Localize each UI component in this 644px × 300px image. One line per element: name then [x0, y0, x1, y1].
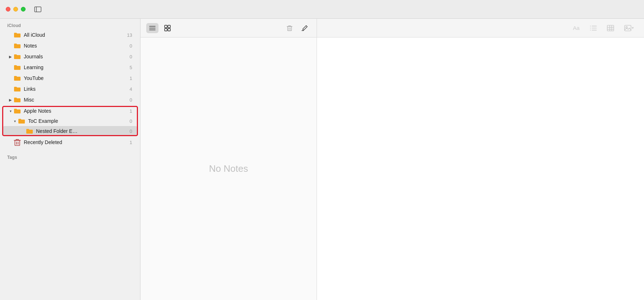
- font-size-button[interactable]: Aa: [572, 24, 581, 32]
- sidebar-item-label: ToC Example: [28, 118, 128, 124]
- sidebar-item-label: Misc: [24, 97, 128, 103]
- sidebar-item-label: YouTube: [24, 75, 128, 81]
- grid-view-button[interactable]: [161, 23, 174, 33]
- folder-icon: [14, 64, 21, 70]
- sidebar-item-count: 0: [130, 118, 132, 124]
- sidebar-item-label: Links: [24, 86, 128, 92]
- sidebar-item-journals[interactable]: ▶ Journals 0: [2, 52, 138, 62]
- sidebar-item-count: 5: [130, 65, 132, 70]
- svg-rect-10: [165, 28, 167, 31]
- folder-icon: [14, 43, 21, 49]
- notes-panel: No Notes: [140, 19, 317, 300]
- icloud-section-label: iCloud: [0, 19, 140, 30]
- sidebar-item-all-icloud[interactable]: All iCloud 13: [2, 30, 138, 40]
- folder-icon: [14, 108, 21, 114]
- sidebar-item-count: 4: [130, 86, 132, 92]
- traffic-lights: [6, 7, 26, 12]
- close-button[interactable]: [6, 7, 10, 12]
- sidebar-item-count: 0: [130, 54, 132, 59]
- svg-rect-0: [35, 7, 41, 12]
- svg-point-16: [590, 26, 591, 26]
- svg-rect-12: [288, 26, 292, 31]
- notes-empty-state: No Notes: [140, 37, 317, 300]
- font-size-label: Aa: [573, 25, 580, 31]
- sidebar-item-count: 1: [130, 108, 132, 114]
- main-layout: iCloud All iCloud 13 Notes 0 ▶ Journal: [0, 19, 644, 300]
- chevron-down-icon: ▾: [12, 119, 17, 123]
- sidebar-item-count: 1: [130, 140, 132, 145]
- compose-button[interactable]: [299, 23, 311, 33]
- sidebar-item-label: Recently Deleted: [24, 139, 128, 145]
- folder-icon: [26, 128, 33, 134]
- sidebar-item-label: All iCloud: [24, 32, 126, 38]
- folder-icon: [14, 86, 21, 92]
- sidebar-item-youtube[interactable]: YouTube 1: [2, 73, 138, 83]
- sidebar-item-count: 0: [130, 43, 132, 49]
- svg-rect-8: [165, 25, 167, 28]
- editor-content[interactable]: [317, 37, 644, 300]
- folder-icon: [18, 118, 25, 124]
- svg-rect-22: [607, 25, 614, 31]
- sidebar-item-apple-notes[interactable]: ▾ Apple Notes 1: [2, 106, 138, 116]
- format-list-button[interactable]: [588, 24, 598, 32]
- trash-icon: [14, 139, 21, 145]
- sidebar-item-recently-deleted[interactable]: Recently Deleted 1: [2, 137, 138, 147]
- sidebar-item-links[interactable]: Links 4: [2, 84, 138, 94]
- sidebar-item-count: 13: [127, 32, 132, 38]
- editor-toolbar: Aa: [317, 19, 644, 37]
- delete-button[interactable]: [283, 23, 296, 33]
- sidebar-item-learning[interactable]: Learning 5: [2, 62, 138, 72]
- sidebar-toggle-button[interactable]: [33, 5, 43, 13]
- sidebar-item-label: Nested Folder E…: [36, 128, 128, 134]
- svg-rect-9: [168, 25, 170, 28]
- sidebar-item-count: 1: [130, 76, 132, 81]
- media-button[interactable]: ▾: [623, 24, 635, 32]
- folder-icon: [14, 54, 21, 59]
- sidebar-item-label: Notes: [24, 43, 128, 49]
- folder-icon: [14, 32, 21, 38]
- no-notes-label: No Notes: [209, 163, 248, 174]
- minimize-button[interactable]: [13, 7, 18, 12]
- maximize-button[interactable]: [21, 7, 26, 12]
- svg-point-20: [590, 30, 591, 30]
- tags-section-label: Tags: [0, 151, 140, 161]
- title-bar: [0, 0, 644, 19]
- chevron-right-icon: ▶: [8, 98, 13, 102]
- highlighted-group: ▾ Apple Notes 1 ▾ ToC Example 0: [2, 106, 138, 136]
- chevron-down-icon: ▾: [8, 109, 13, 113]
- list-view-button[interactable]: [146, 23, 158, 33]
- sidebar-item-label: Apple Notes: [24, 108, 128, 114]
- chevron-right-icon: ▶: [8, 55, 13, 59]
- notes-toolbar: [140, 19, 317, 37]
- svg-rect-11: [168, 28, 170, 31]
- folder-icon: [14, 75, 21, 81]
- sidebar-item-count: 0: [130, 97, 132, 103]
- sidebar-item-label: Journals: [24, 54, 128, 59]
- sidebar-item-nested-folder[interactable]: Nested Folder E… 0: [2, 126, 138, 136]
- sidebar-item-toc-example[interactable]: ▾ ToC Example 0: [2, 116, 138, 126]
- sidebar-item-misc[interactable]: ▶ Misc 0: [2, 95, 138, 105]
- sidebar-item-label: Learning: [24, 64, 128, 70]
- table-button[interactable]: [605, 24, 616, 32]
- sidebar-item-notes[interactable]: Notes 0: [2, 41, 138, 51]
- editor-panel: Aa: [317, 19, 644, 300]
- sidebar-item-count: 0: [130, 129, 132, 134]
- svg-rect-27: [625, 25, 631, 31]
- folder-icon: [14, 97, 21, 103]
- svg-point-18: [590, 27, 591, 28]
- sidebar: iCloud All iCloud 13 Notes 0 ▶ Journal: [0, 19, 140, 300]
- svg-rect-2: [15, 140, 19, 145]
